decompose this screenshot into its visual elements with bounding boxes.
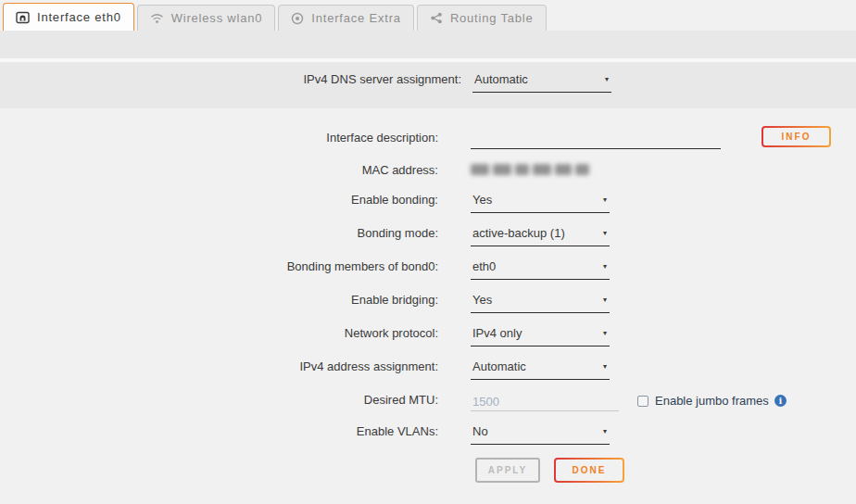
share-nodes-icon xyxy=(430,12,443,24)
mac-address-redacted-value xyxy=(471,164,589,175)
chevron-down-icon: ▾ xyxy=(603,229,607,238)
enable-bonding-select[interactable]: Yes ▾ xyxy=(471,193,610,213)
interface-description-label: Interface description: xyxy=(0,131,438,145)
target-icon xyxy=(291,12,304,25)
section-spacer-band xyxy=(0,31,856,58)
info-button[interactable]: INFO xyxy=(762,126,831,147)
chevron-down-icon: ▾ xyxy=(603,362,607,372)
wifi-icon xyxy=(150,12,164,24)
bonding-members-select[interactable]: eth0 ▾ xyxy=(471,259,610,280)
chevron-down-icon: ▾ xyxy=(603,296,607,305)
chevron-down-icon: ▾ xyxy=(605,75,609,84)
selected-value: Automatic xyxy=(472,359,526,374)
interface-form: Interface description: INFO MAC address:… xyxy=(0,108,856,492)
tab-routing-table[interactable]: Routing Table xyxy=(417,5,547,31)
network-protocol-select[interactable]: IPv4 only ▾ xyxy=(471,326,610,346)
tab-label: Routing Table xyxy=(450,11,534,25)
chevron-down-icon: ▾ xyxy=(603,262,607,271)
selected-value: active-backup (1) xyxy=(472,226,565,241)
bonding-mode-label: Bonding mode: xyxy=(0,226,438,241)
selected-value: IPv4 only xyxy=(472,326,522,341)
bonding-mode-select[interactable]: active-backup (1) ▾ xyxy=(471,226,610,246)
enable-bridging-select[interactable]: Yes ▾ xyxy=(471,293,610,313)
dns-section: IPv4 DNS server assignment: Automatic ▾ xyxy=(0,62,856,108)
desired-mtu-input[interactable] xyxy=(471,393,619,411)
selected-value: Yes xyxy=(472,193,492,208)
info-circle-icon[interactable]: i xyxy=(774,395,787,407)
tab-label: Interface Extra xyxy=(311,11,401,25)
tab-label: Interface eth0 xyxy=(37,10,121,24)
tab-label: Wireless wlan0 xyxy=(171,11,263,25)
network-protocol-label: Network protocol: xyxy=(0,326,438,341)
mac-address-label: MAC address: xyxy=(0,163,438,178)
interface-description-input[interactable] xyxy=(471,131,721,149)
enable-vlans-label: Enable VLANs: xyxy=(0,424,438,439)
bonding-members-label: Bonding members of bond0: xyxy=(0,259,438,274)
tab-wireless-wlan0[interactable]: Wireless wlan0 xyxy=(137,5,276,31)
ethernet-port-icon xyxy=(16,11,30,24)
chevron-down-icon: ▾ xyxy=(603,427,607,436)
tab-bar: Interface eth0 Wireless wlan0 Interface … xyxy=(0,0,856,31)
enable-bridging-label: Enable bridging: xyxy=(0,293,438,308)
chevron-down-icon: ▾ xyxy=(603,195,607,205)
tab-interface-extra[interactable]: Interface Extra xyxy=(278,5,414,31)
selected-value: Automatic xyxy=(474,72,528,87)
enable-bonding-label: Enable bonding: xyxy=(0,193,438,208)
selected-value: eth0 xyxy=(472,259,496,274)
selected-value: No xyxy=(472,424,488,439)
chevron-down-icon: ▾ xyxy=(603,329,607,338)
done-button[interactable]: DONE xyxy=(554,458,624,483)
desired-mtu-label: Desired MTU: xyxy=(0,393,438,408)
selected-value: Yes xyxy=(472,293,492,308)
jumbo-frames-label: Enable jumbo frames xyxy=(655,394,769,408)
enable-vlans-select[interactable]: No ▾ xyxy=(471,424,610,445)
jumbo-frames-checkbox[interactable] xyxy=(637,396,648,407)
ipv4-assignment-select[interactable]: Automatic ▾ xyxy=(471,359,610,380)
dns-assignment-select[interactable]: Automatic ▾ xyxy=(472,72,611,93)
ipv4-assignment-label: IPv4 address assignment: xyxy=(0,359,438,374)
tab-interface-eth0[interactable]: Interface eth0 xyxy=(3,3,134,31)
apply-button[interactable]: APPLY xyxy=(475,458,540,483)
dns-assignment-label: IPv4 DNS server assignment: xyxy=(0,72,461,87)
